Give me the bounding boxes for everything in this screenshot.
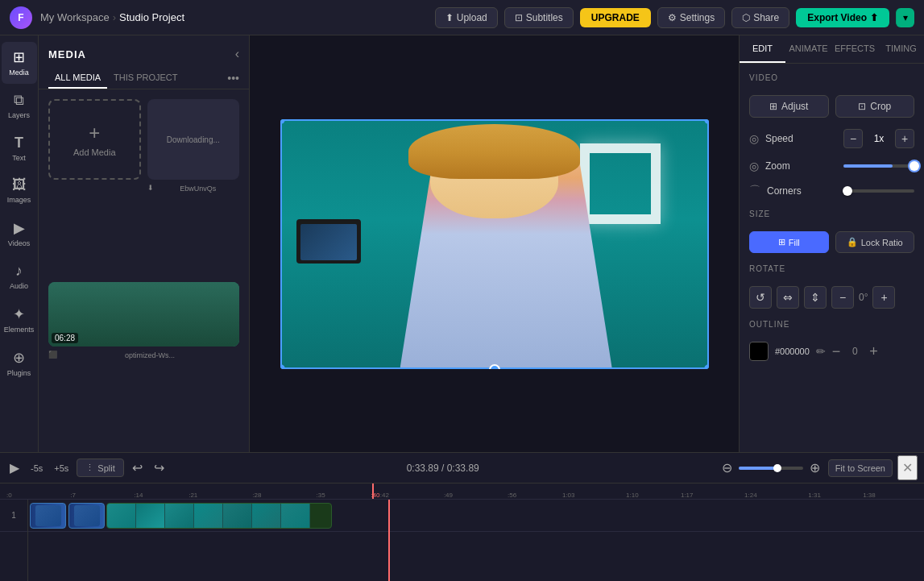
ruler-mark-4: :28: [252, 492, 261, 499]
sidebar-label-elements: Elements: [4, 326, 35, 334]
tab-effects[interactable]: EFFECTS: [831, 35, 878, 63]
sidebar-item-elements[interactable]: ✦ Elements: [2, 299, 37, 341]
sidebar-item-images[interactable]: 🖼 Images: [2, 170, 37, 211]
share-button[interactable]: ⬡ Share: [731, 7, 789, 28]
redo-button[interactable]: ↪: [151, 457, 168, 479]
timeline-zoom-slider[interactable]: [739, 467, 803, 470]
download-icon: ⬇: [147, 184, 154, 192]
speed-minus-button[interactable]: −: [843, 129, 863, 148]
tab-all-media[interactable]: ALL MEDIA: [48, 68, 107, 89]
split-button[interactable]: ⋮ Split: [77, 459, 123, 477]
plus5-button[interactable]: +5s: [51, 460, 72, 476]
elements-icon: ✦: [13, 305, 25, 323]
media-item-downloading[interactable]: Downloading...: [147, 99, 240, 180]
zoom-in-icon[interactable]: ⊕: [806, 457, 823, 479]
media-grid: + Add Media Downloading... ⬇ EbwUnvQs: [39, 89, 249, 452]
media-panel-title: MEDIA: [48, 48, 86, 60]
tab-timing[interactable]: TIMING: [878, 35, 924, 63]
sidebar-item-audio[interactable]: ♪ Audio: [2, 256, 37, 297]
ruler-mark-7: :49: [444, 492, 453, 499]
upgrade-button[interactable]: UPGRADE: [580, 8, 651, 27]
right-panel: EDIT ANIMATE EFFECTS TIMING VIDEO ⊞ Adju…: [739, 35, 924, 452]
main-video-clip[interactable]: [106, 503, 332, 529]
rotate-ccw-button[interactable]: ↺: [749, 286, 772, 309]
fit-to-screen-button[interactable]: Fit to Screen: [828, 459, 893, 477]
outline-minus-button[interactable]: −: [832, 343, 841, 360]
media-item-video[interactable]: 06:28: [48, 282, 239, 347]
outline-pen-icon[interactable]: ✏: [816, 345, 826, 358]
tab-animate[interactable]: ANIMATE: [785, 35, 831, 63]
corners-icon: ⌒: [749, 184, 760, 198]
timeline-zoom-fill: [739, 467, 777, 470]
outline-hex-value: #000000: [775, 347, 810, 356]
outline-color-swatch[interactable]: [749, 342, 769, 361]
fill-button[interactable]: ⊞ Fill: [749, 231, 829, 253]
zoom-out-icon[interactable]: ⊖: [719, 457, 735, 479]
playhead-line: [388, 500, 390, 581]
media-panel: MEDIA ‹ ALL MEDIA THIS PROJECT ••• + Add…: [39, 35, 250, 452]
speed-row: ◎ Speed − 1x +: [749, 129, 914, 148]
subtitles-icon: ⊡: [515, 12, 523, 23]
sidebar-item-text[interactable]: T Text: [2, 128, 37, 169]
clip-mini-thumb-4: [194, 504, 223, 528]
clip-small-1[interactable]: [30, 503, 66, 529]
sidebar-label-audio: Audio: [10, 282, 28, 291]
corners-slider[interactable]: [844, 189, 915, 193]
export-dropdown-button[interactable]: ▾: [896, 8, 914, 27]
upload-button[interactable]: ⬆ Upload: [435, 7, 498, 28]
zoom-slider-fill: [843, 164, 893, 168]
ruler-mark-1: :7: [70, 492, 76, 499]
ruler-mark-3: :21: [189, 492, 197, 499]
add-media-button[interactable]: + Add Media: [48, 99, 141, 180]
outline-section-title: OUTLINE: [749, 320, 914, 329]
tab-this-project[interactable]: THIS PROJECT: [107, 68, 184, 89]
clip-mini-thumb-7: [281, 504, 310, 528]
undo-button[interactable]: ↩: [129, 457, 146, 479]
media-panel-close[interactable]: ‹: [235, 47, 239, 61]
rotate-plus-button[interactable]: +: [872, 286, 895, 309]
adjust-button[interactable]: ⊞ Adjust: [749, 95, 829, 118]
sidebar-item-videos[interactable]: ▶ Videos: [2, 213, 37, 255]
sidebar-item-layers[interactable]: ⧉ Layers: [2, 85, 37, 127]
crop-button[interactable]: ⊡ Crop: [835, 95, 915, 118]
outline-plus-button[interactable]: +: [869, 343, 878, 360]
upload-icon: ⬆: [445, 12, 454, 23]
zoom-slider-thumb[interactable]: [909, 161, 919, 171]
rotate-value: 0°: [859, 292, 868, 303]
minus5-button[interactable]: -5s: [27, 460, 46, 476]
media-panel-header: MEDIA ‹: [39, 35, 249, 68]
tab-edit[interactable]: EDIT: [740, 35, 785, 63]
tracks-content: [28, 500, 924, 581]
split-icon: ⋮: [85, 463, 94, 473]
canvas-area: [250, 35, 739, 452]
corners-slider-thumb[interactable]: [843, 186, 852, 196]
speed-label: Speed: [765, 133, 837, 144]
clip-thumbnail-strip: [107, 504, 310, 528]
timeline-zoom-thumb[interactable]: [773, 464, 781, 472]
export-button[interactable]: Export Video ⬆: [796, 8, 889, 27]
play-button[interactable]: ▶: [6, 457, 23, 479]
settings-button[interactable]: ⚙ Settings: [657, 7, 725, 28]
sidebar-item-plugins[interactable]: ⊕ Plugins: [2, 342, 37, 384]
lock-ratio-button[interactable]: 🔒 Lock Ratio: [835, 231, 915, 253]
subtitles-button[interactable]: ⊡ Subtitles: [504, 7, 574, 28]
zoom-slider[interactable]: [843, 164, 915, 168]
flip-v-button[interactable]: ⇕: [804, 286, 827, 309]
ruler-mark-0: :0: [6, 492, 12, 499]
corners-row: ⌒ Corners: [749, 184, 914, 198]
sidebar-label-media: Media: [9, 68, 29, 77]
size-section-title: SIZE: [749, 210, 914, 218]
rotate-minus-button[interactable]: −: [831, 286, 854, 309]
flip-h-button[interactable]: ⇔: [777, 286, 799, 309]
workspace-name[interactable]: My Workspace: [40, 11, 110, 23]
clip-small-2[interactable]: [68, 503, 105, 529]
sidebar-item-media[interactable]: ⊞ Media: [2, 42, 37, 84]
timeline-close-button[interactable]: ✕: [897, 455, 918, 480]
speed-icon: ◎: [749, 132, 759, 145]
canvas-video[interactable]: [280, 119, 709, 369]
speed-plus-button[interactable]: +: [895, 129, 914, 148]
right-panel-tabs: EDIT ANIMATE EFFECTS TIMING: [740, 35, 924, 64]
project-name[interactable]: Studio Project: [119, 11, 184, 23]
video-section: VIDEO ⊞ Adjust ⊡ Crop: [749, 73, 914, 118]
media-more-button[interactable]: •••: [227, 68, 239, 89]
